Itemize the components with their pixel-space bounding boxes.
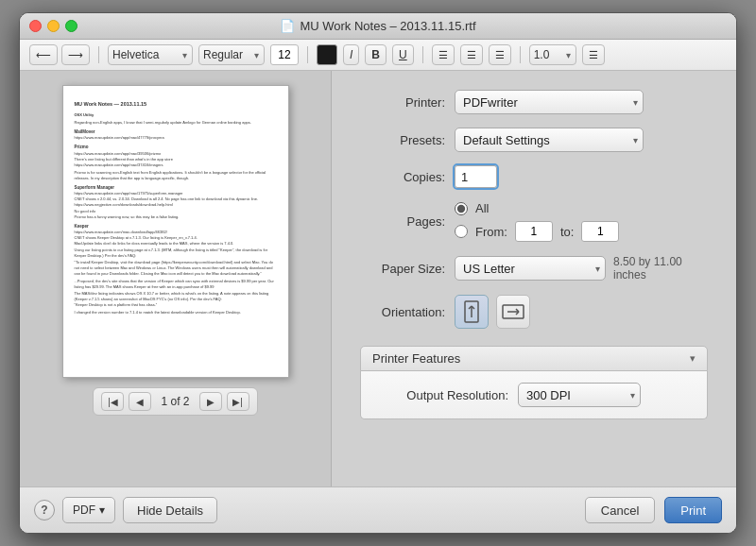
- pdf-arrow-icon: ▾: [99, 503, 105, 517]
- output-resolution-select-wrapper: 300 DPI: [518, 383, 641, 407]
- portrait-icon: [463, 300, 480, 323]
- line-spacing-select[interactable]: 1.0: [529, 44, 576, 65]
- divider-4: [520, 46, 521, 63]
- pages-all-row: All: [455, 201, 619, 215]
- prev-page-icon: ◀: [136, 397, 144, 407]
- list-button[interactable]: ☰: [582, 44, 605, 65]
- next-page-button[interactable]: ▶: [199, 392, 222, 411]
- bottom-left-controls: ? PDF ▾ Hide Details: [34, 497, 217, 523]
- pages-row: Pages: All From: to:: [360, 201, 708, 242]
- printer-label: Printer:: [360, 95, 445, 110]
- print-button[interactable]: Print: [664, 497, 722, 523]
- portrait-orientation-button[interactable]: [455, 295, 489, 329]
- presets-label: Presets:: [360, 133, 445, 147]
- pages-range-row: From: to:: [455, 221, 619, 242]
- output-resolution-row: Output Resolution: 300 DPI: [376, 383, 692, 407]
- paper-dimensions: 8.50 by 11.00 inches: [613, 255, 708, 282]
- printer-select[interactable]: PDFwriter: [455, 90, 644, 114]
- align-left-button[interactable]: ☰: [432, 44, 455, 65]
- printer-features-section: Printer Features ▾ Output Resolution: 30…: [360, 346, 708, 419]
- style-select[interactable]: Regular: [198, 44, 265, 65]
- minimize-button[interactable]: [47, 20, 60, 32]
- first-page-icon: |◀: [108, 397, 118, 407]
- align-center-icon: ☰: [467, 49, 476, 61]
- copies-label: Copies:: [360, 170, 445, 184]
- first-page-button[interactable]: |◀: [101, 392, 124, 411]
- pdf-label: PDF: [73, 503, 95, 517]
- undo-icon: ⟵: [36, 49, 51, 61]
- orientation-row: Orientation:: [360, 295, 708, 329]
- paper-size-row: Paper Size: US Letter 8.50 by 11.00 inch…: [360, 255, 708, 282]
- pages-to-input[interactable]: [581, 221, 619, 242]
- page-counter: 1 of 2: [156, 395, 194, 408]
- page-navigation: |◀ ◀ 1 of 2 ▶ ▶|: [93, 387, 257, 416]
- spacing-select-wrapper: 1.0: [529, 44, 576, 65]
- style-select-wrapper: Regular: [198, 44, 265, 65]
- last-page-button[interactable]: ▶|: [227, 392, 249, 411]
- orientation-control: [455, 295, 708, 329]
- maximize-button[interactable]: [65, 20, 77, 32]
- bottom-right-controls: Cancel Print: [585, 497, 722, 523]
- bold-button[interactable]: B: [365, 44, 387, 65]
- font-size-input[interactable]: [270, 44, 299, 65]
- help-icon: ?: [41, 503, 47, 517]
- pdf-button[interactable]: PDF ▾: [62, 497, 115, 523]
- align-right-icon: ☰: [495, 49, 505, 61]
- undo-button[interactable]: ⟵: [29, 44, 58, 65]
- pages-from-radio[interactable]: [455, 225, 468, 238]
- align-left-icon: ☰: [438, 49, 448, 61]
- redo-button[interactable]: ⟶: [61, 44, 90, 65]
- toolbar: ⟵ ⟶ Helvetica Regular I B U: [20, 40, 736, 71]
- pages-to-label: to:: [560, 225, 574, 239]
- paper-size-select[interactable]: US Letter: [455, 256, 606, 281]
- preview-content: MU Work Notes — 2013.11.15 OSX Utility R…: [75, 100, 277, 316]
- font-select[interactable]: Helvetica: [108, 44, 193, 65]
- doc-icon: 📄: [280, 19, 295, 33]
- pages-from-label: From:: [475, 225, 507, 239]
- features-body: Output Resolution: 300 DPI: [360, 371, 708, 419]
- redo-icon: ⟶: [68, 49, 83, 61]
- italic-icon: I: [350, 48, 352, 61]
- bottom-bar: ? PDF ▾ Hide Details Cancel Print: [20, 486, 736, 533]
- bold-icon: B: [371, 48, 380, 61]
- close-button[interactable]: [29, 20, 42, 32]
- paper-size-select-wrapper: US Letter: [455, 256, 606, 281]
- print-dialog-window: 📄 MU Work Notes – 2013.11.15.rtf ⟵ ⟶ Hel…: [19, 12, 737, 534]
- copies-control: [455, 165, 708, 188]
- pages-radio-group: All From: to:: [455, 201, 619, 242]
- align-center-button[interactable]: ☰: [460, 44, 483, 65]
- prev-page-button[interactable]: ◀: [129, 392, 151, 411]
- orientation-label: Orientation:: [360, 305, 445, 319]
- landscape-icon: [502, 303, 524, 320]
- divider-3: [422, 46, 423, 63]
- font-select-wrapper: Helvetica: [108, 44, 193, 65]
- pages-control: All From: to:: [455, 201, 708, 242]
- features-chevron-icon: ▾: [690, 352, 696, 365]
- presets-row: Presets: Default Settings: [360, 128, 708, 152]
- pages-all-radio[interactable]: [455, 202, 468, 215]
- paper-size-control: US Letter 8.50 by 11.00 inches: [455, 255, 708, 282]
- output-resolution-select[interactable]: 300 DPI: [518, 383, 641, 407]
- printer-control: PDFwriter: [455, 90, 708, 114]
- underline-button[interactable]: U: [392, 44, 414, 65]
- hide-details-button[interactable]: Hide Details: [123, 497, 217, 523]
- document-preview-panel: MU Work Notes — 2013.11.15 OSX Utility R…: [20, 71, 332, 486]
- landscape-orientation-button[interactable]: [496, 295, 530, 329]
- traffic-lights: [29, 20, 77, 32]
- divider-1: [98, 46, 99, 63]
- cancel-button[interactable]: Cancel: [585, 497, 655, 523]
- print-settings-panel: Printer: PDFwriter Presets: Default Sett…: [332, 71, 736, 486]
- presets-select[interactable]: Default Settings: [455, 128, 644, 152]
- pages-all-label: All: [475, 201, 489, 215]
- paper-size-label: Paper Size:: [360, 262, 445, 276]
- copies-row: Copies:: [360, 165, 708, 188]
- features-title: Printer Features: [372, 351, 460, 366]
- font-color-button[interactable]: [317, 44, 337, 65]
- align-right-button[interactable]: ☰: [489, 44, 511, 65]
- next-page-icon: ▶: [207, 397, 215, 407]
- last-page-icon: ▶|: [232, 397, 243, 407]
- copies-input[interactable]: [455, 165, 497, 188]
- pages-from-input[interactable]: [515, 221, 553, 242]
- italic-button[interactable]: I: [343, 44, 359, 65]
- help-button[interactable]: ?: [34, 500, 55, 520]
